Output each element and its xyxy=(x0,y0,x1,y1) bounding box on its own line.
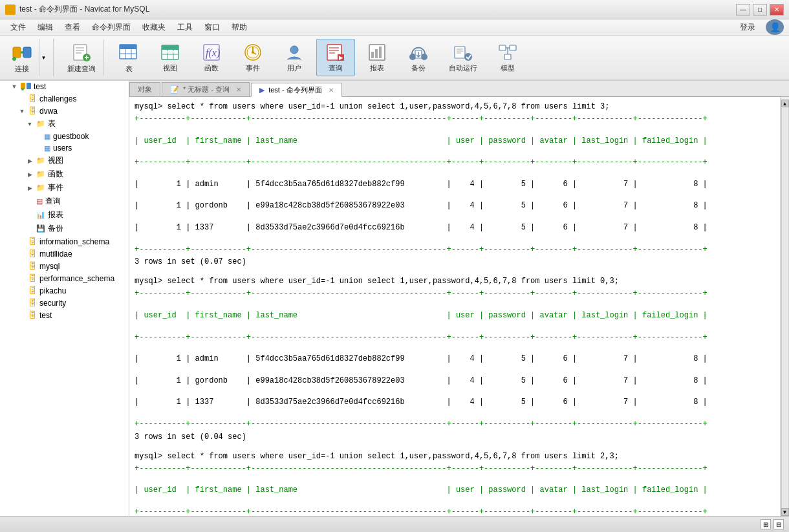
spacer xyxy=(34,144,41,152)
tab-label: test - 命令列界面 xyxy=(268,85,322,95)
sidebar-item-tables-folder[interactable]: ▼ 📁 表 xyxy=(0,117,129,131)
tab-close-cmd[interactable]: ✕ xyxy=(329,87,334,94)
spacer xyxy=(18,238,26,246)
tab-query[interactable]: 📝 * 无标题 - 查询 ✕ xyxy=(162,82,250,96)
connect-dropdown[interactable]: ▼ xyxy=(39,39,48,76)
sidebar-label: challenges xyxy=(39,94,76,103)
status-icon-list[interactable]: ⊟ xyxy=(773,519,784,529)
border-line: +----------+------------+---------------… xyxy=(135,114,775,125)
spacer xyxy=(18,299,26,307)
svg-rect-50 xyxy=(499,45,506,50)
close-button[interactable]: ✕ xyxy=(770,4,784,16)
sidebar-item-test-db[interactable]: 🗄 test xyxy=(0,309,129,321)
func-icon: f(x) xyxy=(201,42,222,62)
sidebar-item-views-folder[interactable]: ▶ 📁 视图 xyxy=(0,154,129,167)
toolbar-autorun-button[interactable]: 自动运行 xyxy=(440,39,486,76)
tab-close-query[interactable]: ✕ xyxy=(236,86,241,93)
maximize-button[interactable]: □ xyxy=(753,4,767,16)
sidebar-label: information_schema xyxy=(39,237,109,246)
expand-icon: ▼ xyxy=(10,83,18,90)
toolbar-query-button[interactable]: ▶ 查询 xyxy=(316,39,355,76)
toolbar-backup-button[interactable]: 备份 xyxy=(399,39,438,76)
sidebar-item-challenges[interactable]: 🗄 challenges xyxy=(0,92,129,105)
sidebar-label: test xyxy=(34,82,46,91)
connection-icon xyxy=(21,82,31,91)
menu-edit[interactable]: 编辑 xyxy=(32,21,58,34)
tab-cmd[interactable]: ▶ test - 命令列界面 ✕ xyxy=(251,83,342,97)
connect-button[interactable]: 连接 xyxy=(5,39,39,76)
tab-label: * 无标题 - 查询 xyxy=(183,85,230,94)
sidebar-label: test xyxy=(39,311,52,320)
minimize-button[interactable]: — xyxy=(736,4,750,16)
sidebar-label: 报表 xyxy=(48,209,63,220)
sql-result-1: +----------+------------+---------------… xyxy=(135,114,775,255)
sidebar-item-mutillidae[interactable]: 🗄 mutillidae xyxy=(0,248,129,260)
report-icon: 📊 xyxy=(36,211,45,219)
user-icon xyxy=(284,42,305,62)
menu-file[interactable]: 文件 xyxy=(5,21,31,34)
main-layout: ▼ test 🗄 challenges ▼ 🗄 dvwa ▼ 📁 表 ▦ gue… xyxy=(0,81,789,516)
query-label: 查询 xyxy=(329,63,343,73)
tab-objects[interactable]: 对象 xyxy=(129,82,160,96)
menu-window[interactable]: 窗口 xyxy=(199,21,225,34)
sidebar-label: 视图 xyxy=(48,155,63,166)
border-line: +----------+------------+---------------… xyxy=(135,288,775,299)
func-label: 函数 xyxy=(204,63,219,73)
scroll-down[interactable]: ▼ xyxy=(781,508,789,516)
new-query-button[interactable]: 新建查询 xyxy=(59,39,104,76)
command-area[interactable]: mysql> select * from users where user_id… xyxy=(129,97,780,516)
data-row: | 1 | gordonb | e99a18c428cb38d5f2608536… xyxy=(135,376,775,387)
toolbar-event-button[interactable]: 事件 xyxy=(233,39,272,76)
sidebar-item-information-schema[interactable]: 🗄 information_schema xyxy=(0,235,129,248)
sql-command-1: mysql> select * from users where user_id… xyxy=(135,102,775,111)
sidebar-label: performance_schema xyxy=(39,274,114,283)
sidebar-item-funcs-folder[interactable]: ▶ 📁 函数 xyxy=(0,167,129,181)
menu-help[interactable]: 帮助 xyxy=(226,21,252,34)
result-time-2: 3 rows in set (0.04 sec) xyxy=(135,432,775,442)
view-icon xyxy=(160,42,180,62)
sidebar-item-guestbook[interactable]: ▦ guestbook xyxy=(0,131,129,142)
toolbar-func-button[interactable]: f(x) 函数 xyxy=(192,39,231,76)
border-mid: +----------+------------+---------------… xyxy=(135,332,775,343)
menu-cmd[interactable]: 命令列界面 xyxy=(87,21,136,34)
toolbar-table-button[interactable]: 表 xyxy=(109,39,148,76)
spacer xyxy=(26,225,34,233)
status-icon-grid[interactable]: ⊞ xyxy=(761,519,771,529)
sidebar-label: users xyxy=(53,144,72,153)
sidebar-label: pikachu xyxy=(39,286,66,295)
scrollbar[interactable]: ▲ ▼ xyxy=(780,97,789,516)
sidebar-item-security[interactable]: 🗄 security xyxy=(0,297,129,309)
toolbar-model-button[interactable]: 模型 xyxy=(488,39,527,76)
svg-rect-45 xyxy=(455,47,465,58)
sidebar-item-mysql[interactable]: 🗄 mysql xyxy=(0,260,129,272)
window-controls[interactable]: — □ ✕ xyxy=(736,4,784,16)
scroll-up[interactable]: ▲ xyxy=(781,100,789,107)
expand-icon: ▶ xyxy=(26,171,34,178)
tabs-bar: 对象 📝 * 无标题 - 查询 ✕ ▶ test - 命令列界面 ✕ xyxy=(129,81,789,97)
sidebar-item-test-root[interactable]: ▼ test xyxy=(0,81,129,92)
menu-bar: 文件 编辑 查看 命令列界面 收藏夹 工具 窗口 帮助 登录 👤 xyxy=(0,19,789,36)
sidebar-item-report[interactable]: 📊 报表 xyxy=(0,208,129,222)
new-query-icon xyxy=(71,42,92,63)
login-button[interactable]: 登录 xyxy=(735,21,761,34)
sidebar-label: 查询 xyxy=(45,196,61,207)
menu-favorites[interactable]: 收藏夹 xyxy=(137,21,171,34)
menu-view[interactable]: 查看 xyxy=(59,21,85,34)
report-icon xyxy=(367,42,387,62)
spacer xyxy=(18,262,26,270)
toolbar: 连接 ▼ 新建查询 xyxy=(0,36,789,81)
sidebar-item-performance-schema[interactable]: 🗄 performance_schema xyxy=(0,272,129,284)
toolbar-view-button[interactable]: 视图 xyxy=(151,39,189,76)
sidebar-item-backup[interactable]: 💾 备份 xyxy=(0,222,129,235)
toolbar-user-button[interactable]: 用户 xyxy=(275,39,314,76)
sidebar-label: 表 xyxy=(48,118,56,129)
sidebar-item-query[interactable]: ▤ 查询 xyxy=(0,195,129,208)
menu-tools[interactable]: 工具 xyxy=(172,21,198,34)
sidebar-item-users[interactable]: ▦ users xyxy=(0,142,129,154)
toolbar-report-button[interactable]: 报表 xyxy=(358,39,396,76)
sidebar-item-dvwa[interactable]: ▼ 🗄 dvwa xyxy=(0,105,129,117)
sidebar-item-pikachu[interactable]: 🗄 pikachu xyxy=(0,284,129,297)
svg-rect-52 xyxy=(504,54,511,59)
svg-point-30 xyxy=(290,46,298,54)
sidebar-item-events-folder[interactable]: ▶ 📁 事件 xyxy=(0,181,129,195)
